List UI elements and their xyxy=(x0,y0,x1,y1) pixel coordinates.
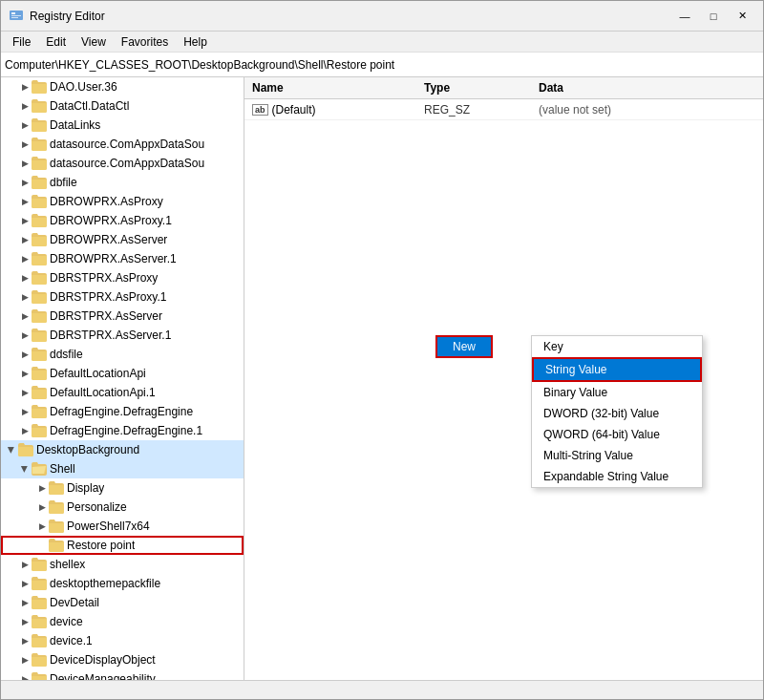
submenu-item-key[interactable]: Key xyxy=(532,336,702,357)
folder-icon xyxy=(49,520,64,533)
folder-icon xyxy=(32,118,47,132)
sidebar-item-dbrstprx1[interactable]: ▶ DBRSTPRX.AsProxy xyxy=(1,268,244,287)
folder-icon xyxy=(32,653,47,667)
item-label: datasource.ComAppxDataSou xyxy=(50,138,204,151)
table-row[interactable]: ab (Default) REG_SZ (value not set) xyxy=(244,99,763,120)
item-label: DataCtl.DataCtl xyxy=(50,99,129,113)
expand-arrow: ▶ xyxy=(18,558,32,571)
submenu-item-expandable-string-value[interactable]: Expandable String Value xyxy=(532,466,702,487)
sidebar-item-display[interactable]: ▶ Display xyxy=(1,478,244,498)
expand-arrow: ▶ xyxy=(18,214,32,227)
folder-icon xyxy=(32,577,47,590)
maximize-button[interactable]: □ xyxy=(700,7,727,26)
open-folder-icon xyxy=(32,462,47,476)
folder-icon xyxy=(32,290,47,304)
sidebar-item-ddsfile[interactable]: ▶ ddsfile xyxy=(1,345,244,364)
sidebar-item-dbrstprx4[interactable]: ▶ DBRSTPRX.AsServer.1 xyxy=(1,326,244,345)
folder-icon xyxy=(49,539,64,552)
sidebar-item-defragengine[interactable]: ▶ DefragEngine.DefragEngine xyxy=(1,402,244,421)
new-button[interactable]: New xyxy=(435,335,493,358)
sidebar-item-shellex[interactable]: ▶ shellex xyxy=(1,555,244,574)
expand-arrow: ▶ xyxy=(18,653,32,667)
item-label: DBROWPRX.AsProxy xyxy=(50,195,163,208)
sidebar-item-dbrstprx2[interactable]: ▶ DBRSTPRX.AsProxy.1 xyxy=(1,287,244,307)
minimize-button[interactable]: — xyxy=(671,7,698,26)
sidebar-item-dbrowprx1[interactable]: ▶ DBROWPRX.AsProxy xyxy=(1,192,244,211)
sidebar-item-datactl[interactable]: ▶ DataCtl.DataCtl xyxy=(1,96,244,116)
sidebar-item-personalize[interactable]: ▶ Personalize xyxy=(1,498,244,517)
entry-name: (Default) xyxy=(272,103,316,117)
folder-icon xyxy=(32,367,47,380)
folder-icon xyxy=(32,271,47,285)
sidebar-item-shell[interactable]: ▶ Shell xyxy=(1,459,244,478)
folder-icon xyxy=(32,214,47,227)
item-label: Display xyxy=(67,481,104,495)
menu-file[interactable]: File xyxy=(5,33,38,51)
data-cell: (value not set) xyxy=(539,103,755,117)
folder-icon xyxy=(18,443,33,456)
submenu-item-multistring-value[interactable]: Multi-String Value xyxy=(532,445,702,466)
sidebar-item-dbrstprx3[interactable]: ▶ DBRSTPRX.AsServer xyxy=(1,307,244,326)
submenu-item-string-value[interactable]: String Value xyxy=(532,357,702,382)
sidebar-item-datalinks[interactable]: ▶ DataLinks xyxy=(1,116,244,135)
expand-arrow: ▶ xyxy=(18,634,32,647)
sidebar-item-dao[interactable]: ▶ DAO.User.36 xyxy=(1,77,244,96)
sidebar-tree[interactable]: ▶ DAO.User.36 ▶ DataCtl.DataCtl ▶ DataLi… xyxy=(1,77,244,680)
expand-arrow: ▶ xyxy=(18,99,32,113)
expand-arrow: ▶ xyxy=(18,118,32,132)
expand-arrow: ▶ xyxy=(18,596,32,609)
expand-arrow: ▶ xyxy=(18,386,32,399)
sidebar-item-desktopbg[interactable]: ▶ DesktopBackground xyxy=(1,440,244,459)
sidebar-item-devicedisplay[interactable]: ▶ DeviceDisplayObject xyxy=(1,650,244,669)
sidebar-item-restore-point[interactable]: ▶ Restore point xyxy=(1,536,244,555)
expand-arrow: ▶ xyxy=(18,290,32,304)
folder-icon xyxy=(49,500,64,514)
sidebar-item-dbrowprx3[interactable]: ▶ DBROWPRX.AsServer xyxy=(1,230,244,249)
sidebar-item-devicemgmt[interactable]: ▶ DeviceManageability xyxy=(1,669,244,680)
item-label: device.1 xyxy=(50,634,93,647)
menu-view[interactable]: View xyxy=(74,33,114,51)
expand-arrow: ▶ xyxy=(18,80,32,94)
menu-help[interactable]: Help xyxy=(176,33,215,51)
sidebar-item-device1[interactable]: ▶ device.1 xyxy=(1,631,244,650)
sidebar-item-defragengine1[interactable]: ▶ DefragEngine.DefragEngine.1 xyxy=(1,421,244,440)
context-menu-area: New Key String Value Binary Value DWORD … xyxy=(435,335,493,358)
expand-arrow: ▶ xyxy=(18,157,32,170)
svg-rect-1 xyxy=(11,12,15,14)
sidebar-item-datasource1[interactable]: ▶ datasource.ComAppxDataSou xyxy=(1,135,244,154)
submenu-item-qword-value[interactable]: QWORD (64-bit) Value xyxy=(532,424,702,445)
window-title: Registry Editor xyxy=(30,10,105,23)
detail-header: Name Type Data xyxy=(244,77,763,99)
menu-edit[interactable]: Edit xyxy=(38,33,74,51)
main-content: ▶ DAO.User.36 ▶ DataCtl.DataCtl ▶ DataLi… xyxy=(1,77,763,680)
menu-bar: File Edit View Favorites Help xyxy=(1,32,763,53)
item-label: DevDetail xyxy=(50,596,99,609)
sidebar-item-datasource2[interactable]: ▶ datasource.ComAppxDataSou xyxy=(1,154,244,173)
sidebar-item-dbrowprx4[interactable]: ▶ DBROWPRX.AsServer.1 xyxy=(1,249,244,268)
item-label: DBRSTPRX.AsServer.1 xyxy=(50,329,171,342)
item-label: DefaultLocationApi.1 xyxy=(50,386,156,399)
folder-icon xyxy=(32,309,47,323)
sidebar-item-desktopackfile[interactable]: ▶ desktopthemepackfile xyxy=(1,574,244,593)
sidebar-item-deflocationapi[interactable]: ▶ DefaultLocationApi xyxy=(1,364,244,383)
expand-arrow: ▶ xyxy=(18,405,32,418)
close-button[interactable]: ✕ xyxy=(729,7,755,26)
item-label: dbfile xyxy=(50,176,77,189)
item-label: Restore point xyxy=(67,539,135,552)
item-label: DBRSTPRX.AsProxy.1 xyxy=(50,290,166,304)
expand-arrow: ▶ xyxy=(18,577,32,590)
sidebar-item-device[interactable]: ▶ device xyxy=(1,612,244,631)
folder-icon xyxy=(32,195,47,208)
menu-favorites[interactable]: Favorites xyxy=(114,33,176,51)
submenu-item-dword-value[interactable]: DWORD (32-bit) Value xyxy=(532,403,702,424)
folder-icon xyxy=(32,233,47,246)
address-path[interactable]: Computer\HKEY_CLASSES_ROOT\DesktopBackgr… xyxy=(5,58,759,72)
submenu-item-binary-value[interactable]: Binary Value xyxy=(532,382,702,403)
item-label: DataLinks xyxy=(50,118,100,132)
sidebar-item-devdetail[interactable]: ▶ DevDetail xyxy=(1,593,244,612)
sidebar-item-deflocationapi1[interactable]: ▶ DefaultLocationApi.1 xyxy=(1,383,244,402)
sidebar-item-dbrowprx2[interactable]: ▶ DBROWPRX.AsProxy.1 xyxy=(1,211,244,230)
title-bar: Registry Editor — □ ✕ xyxy=(1,1,763,32)
sidebar-item-dbfile[interactable]: ▶ dbfile xyxy=(1,173,244,192)
sidebar-item-powershell7x64[interactable]: ▶ PowerShell7x64 xyxy=(1,517,244,536)
